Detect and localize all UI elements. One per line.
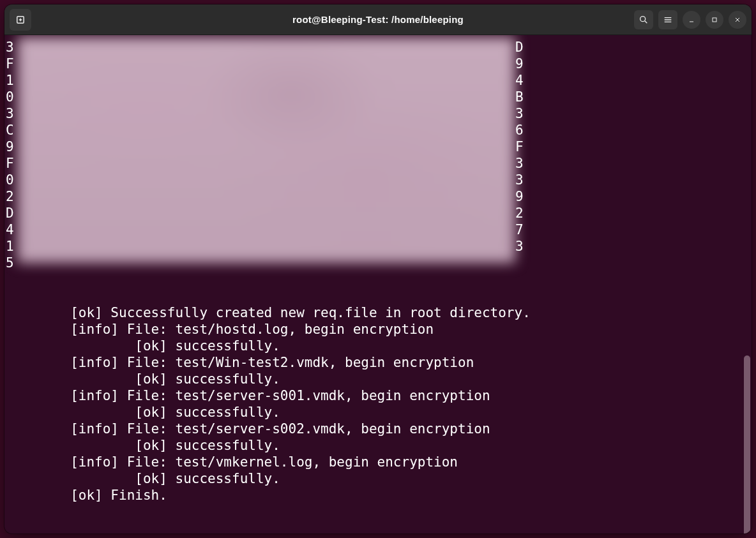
maximize-button[interactable] [706,11,723,29]
hex-column-right: D 9 4 B 3 6 F 3 3 9 2 7 3 [515,39,524,255]
log-line: [info] File: test/Win-test2.vmdk, begin … [6,354,750,371]
log-line: [ok] successfully. [6,437,750,454]
close-button[interactable] [729,11,746,29]
log-line: [info] File: test/hostd.log, begin encry… [6,321,750,338]
search-button[interactable] [634,10,653,29]
log-line: [ok] successfully. [6,470,750,487]
log-line: [ok] successfully. [6,338,750,354]
hamburger-menu-button[interactable] [658,10,677,29]
svg-rect-2 [713,18,716,22]
window-title: root@Bleeping-Test: /home/bleeping [137,14,619,25]
terminal-window: root@Bleeping-Test: /home/bleeping 3 F 1… [4,4,752,534]
log-line: [ok] Successfully created new req.file i… [6,304,750,321]
minimize-button[interactable] [683,11,700,29]
titlebar: root@Bleeping-Test: /home/bleeping [4,4,752,35]
log-line: [info] File: test/server-s001.vmdk, begi… [6,387,750,404]
svg-point-1 [640,16,646,21]
log-line: [info] File: test/server-s002.vmdk, begi… [6,421,750,437]
new-tab-button[interactable] [10,9,31,31]
redacted-hex-block [17,37,515,263]
log-line: [info] File: test/vmkernel.log, begin en… [6,454,750,470]
hex-column-left: 3 F 1 0 3 C 9 F 0 2 D 4 1 5 [6,39,14,271]
scrollbar-thumb[interactable] [744,355,750,534]
log-line: [ok] Finish. [6,487,750,504]
terminal-body[interactable]: 3 F 1 0 3 C 9 F 0 2 D 4 1 5 D 9 4 B 3 6 … [4,35,752,534]
log-line: [ok] successfully. [6,371,750,387]
terminal-output: [ok] Successfully created new req.file i… [6,271,750,534]
log-line: [ok] successfully. [6,404,750,421]
